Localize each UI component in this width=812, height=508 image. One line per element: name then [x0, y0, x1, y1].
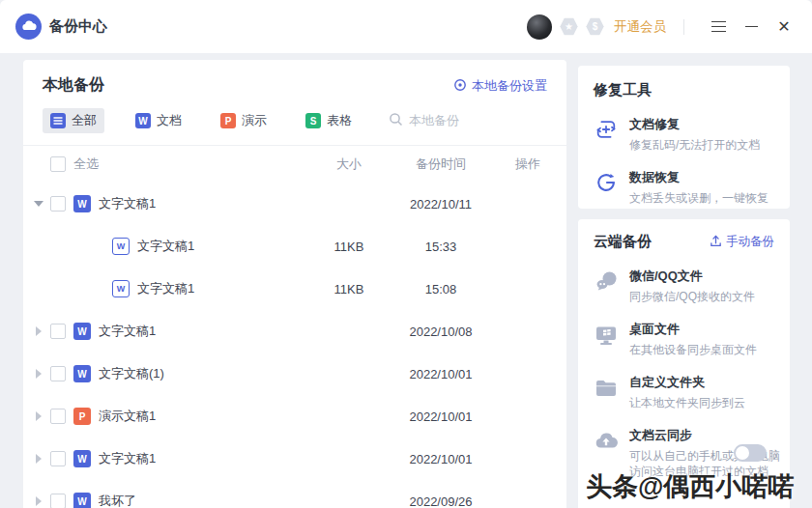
local-backup-settings-button[interactable]: 本地备份设置	[453, 77, 547, 95]
expand-caret-icon[interactable]	[33, 369, 44, 379]
member-star-badge-icon[interactable]: ★	[560, 17, 578, 36]
expand-caret-icon[interactable]	[33, 411, 44, 421]
svip-badge-icon[interactable]: $	[586, 17, 604, 36]
repair-tools-panel: 修复工具 文档修复 修复乱码/无法打开的文档 数据恢复 文档丢失或误删，一键恢复	[578, 66, 790, 209]
select-all-checkbox[interactable]	[50, 156, 66, 172]
column-time: 备份时间	[383, 155, 499, 173]
search-icon	[389, 112, 403, 130]
repair-tools-title: 修复工具	[594, 81, 774, 99]
expand-caret-icon[interactable]	[33, 496, 44, 506]
presentation-doc-icon: P	[73, 408, 91, 425]
writer-doc-icon: W	[73, 195, 91, 212]
table-row-version[interactable]: W 文字文稿1 11KB 15:33	[23, 225, 566, 268]
user-avatar[interactable]	[527, 14, 552, 40]
divider	[683, 19, 684, 35]
table-row[interactable]: W 文字文稿(1) 2022/10/01	[23, 353, 566, 395]
close-icon[interactable]: ✕	[771, 14, 797, 40]
select-all-label: 全选	[73, 155, 315, 173]
column-action: 操作	[499, 155, 557, 173]
desktop-icon	[594, 321, 619, 357]
all-files-icon	[50, 113, 66, 128]
upload-icon	[710, 235, 722, 250]
gear-icon	[453, 78, 467, 95]
search-input[interactable]: 本地备份	[389, 112, 459, 130]
column-size: 大小	[315, 155, 383, 173]
row-checkbox[interactable]	[50, 451, 66, 466]
open-membership-link[interactable]: 开通会员	[614, 18, 666, 36]
table-header: 全选 大小 备份时间 操作	[23, 146, 566, 183]
row-checkbox[interactable]	[50, 494, 66, 508]
table-row[interactable]: W 文字文稿1 2022/10/01	[23, 437, 566, 480]
table-row[interactable]: W 文字文稿1 2022/10/11	[23, 183, 566, 225]
doc-repair-item[interactable]: 文档修复 修复乱码/无法打开的文档	[594, 116, 774, 153]
spreadsheet-tab-icon: S	[305, 113, 321, 128]
writer-tab-icon: W	[135, 113, 151, 128]
table-row-version[interactable]: W 文字文稿1 11KB 15:08	[23, 268, 566, 310]
search-placeholder: 本地备份	[409, 112, 459, 129]
wechat-qq-icon	[594, 268, 619, 304]
cloud-backup-panel: 云端备份 手动备份 微信/QQ文件 同步微信/QQ接收的文件 桌面文件 在其他设…	[578, 219, 790, 508]
desktop-files-item[interactable]: 桌面文件 在其他设备同步桌面文件	[594, 321, 774, 357]
table-row[interactable]: P 演示文稿1 2022/10/01	[23, 395, 566, 437]
expand-caret-icon[interactable]	[33, 326, 44, 336]
writer-doc-icon: W	[112, 238, 130, 255]
app-logo-icon	[15, 14, 42, 40]
app-title: 备份中心	[49, 17, 107, 36]
folder-icon	[594, 374, 619, 410]
tab-presentations[interactable]: P 演示	[213, 108, 275, 133]
data-recovery-icon	[594, 169, 619, 206]
custom-folder-item[interactable]: 自定义文件夹 让本地文件夹同步到云	[594, 374, 774, 410]
table-row[interactable]: W 我坏了 2022/09/26	[23, 480, 566, 508]
manual-backup-button[interactable]: 手动备份	[710, 234, 774, 250]
local-backup-panel: 本地备份 本地备份设置 全部 W 文档 P 演示 S 表格	[23, 60, 566, 508]
watermark-text: 头条@偶西小喏喏	[586, 469, 794, 504]
filter-tabs: 全部 W 文档 P 演示 S 表格 本地备份	[23, 108, 566, 133]
minimize-icon[interactable]	[739, 14, 764, 40]
expand-caret-icon[interactable]	[33, 454, 44, 464]
row-checkbox[interactable]	[50, 324, 66, 339]
writer-doc-icon: W	[73, 323, 91, 340]
menu-icon[interactable]	[706, 14, 731, 40]
doc-repair-icon	[594, 116, 619, 153]
table-row[interactable]: W 文字文稿1 2022/10/08	[23, 310, 566, 353]
writer-doc-icon: W	[73, 493, 91, 508]
tab-spreadsheets[interactable]: S 表格	[298, 108, 360, 133]
tab-all[interactable]: 全部	[43, 108, 104, 133]
row-checkbox[interactable]	[50, 409, 66, 424]
row-checkbox[interactable]	[50, 366, 66, 381]
presentation-tab-icon: P	[220, 113, 236, 128]
wechat-qq-files-item[interactable]: 微信/QQ文件 同步微信/QQ接收的文件	[594, 268, 774, 304]
writer-doc-icon: W	[73, 365, 91, 382]
title-bar: 备份中心 ★ $ 开通会员 ✕	[0, 0, 812, 53]
cloud-sync-toggle[interactable]	[734, 444, 767, 462]
writer-doc-icon: W	[112, 280, 130, 297]
tab-documents[interactable]: W 文档	[128, 108, 189, 133]
row-checkbox[interactable]	[50, 196, 66, 212]
data-recovery-item[interactable]: 数据恢复 文档丢失或误删，一键恢复	[594, 169, 774, 206]
collapse-caret-icon[interactable]	[33, 201, 44, 207]
cloud-backup-title: 云端备份	[594, 233, 652, 251]
writer-doc-icon: W	[73, 450, 91, 467]
